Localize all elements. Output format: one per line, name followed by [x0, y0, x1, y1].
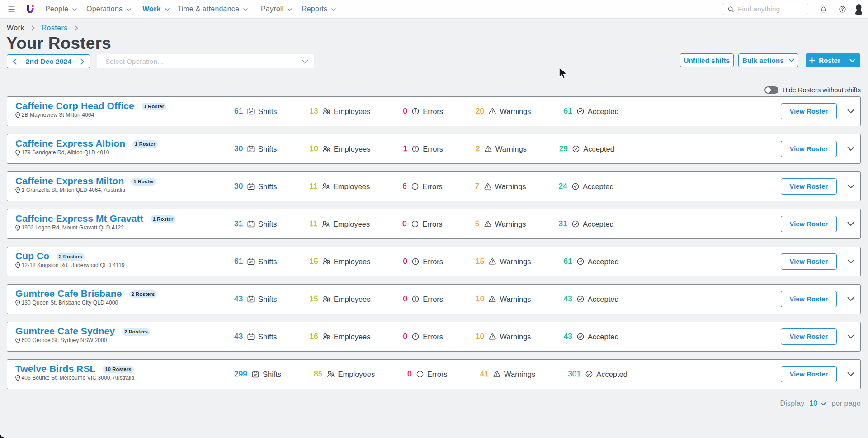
stat-warnings: 10 Warnings	[476, 295, 531, 304]
accepted-icon-box	[577, 295, 584, 303]
hide-rosters-toggle[interactable]	[764, 86, 778, 94]
notifications-button[interactable]	[820, 0, 827, 19]
card-expand-chevron-icon[interactable]	[847, 184, 854, 189]
date-next-button[interactable]	[75, 55, 90, 68]
nav-item-work[interactable]: Work	[142, 0, 170, 18]
view-roster-button[interactable]: View Roster	[781, 178, 837, 195]
stat-employees: 15 Employees	[310, 295, 371, 304]
location-pin-icon	[15, 338, 20, 343]
help-button[interactable]	[839, 0, 846, 19]
roster-name-link[interactable]: Caffeine Corp Head Office	[15, 100, 134, 111]
error-circle-icon	[416, 371, 424, 378]
shifts-count: 43	[234, 332, 243, 341]
page-size-value[interactable]: 10	[809, 400, 817, 408]
roster-address-row: 2B Mayneview St Milton 4064	[15, 111, 94, 118]
nav-item-time-attendance[interactable]: Time & attendance	[177, 0, 248, 18]
card-expand-chevron-icon[interactable]	[847, 297, 854, 301]
accepted-label: Accepted	[588, 257, 619, 266]
card-expand-chevron-icon[interactable]	[847, 259, 854, 264]
operation-select[interactable]: Select Operation...	[97, 54, 314, 68]
view-roster-button[interactable]: View Roster	[781, 141, 837, 157]
warnings-count: 5	[475, 219, 480, 229]
warnings-icon-box	[489, 295, 496, 303]
date-display[interactable]: 2nd Dec 2024	[22, 55, 75, 68]
card-expand-chevron-icon[interactable]	[847, 372, 854, 376]
employees-label: Employees	[334, 107, 371, 116]
roster-title-row: Caffeine Corp Head Office 1 Roster	[15, 100, 166, 111]
breadcrumb: Work Rosters	[7, 24, 85, 33]
view-roster-button[interactable]: View Roster	[781, 328, 837, 345]
nav-item-payroll[interactable]: Payroll	[261, 0, 292, 18]
stat-accepted: 24 Accepted	[559, 182, 614, 191]
bulk-actions-button[interactable]: Bulk actions	[738, 53, 798, 67]
roster-address: 1 Granzella St, Milton QLD 4064, Austral…	[22, 187, 126, 193]
unfilled-shifts-button[interactable]: Unfilled shifts	[680, 53, 734, 67]
nav-item-reports[interactable]: Reports	[302, 0, 336, 18]
location-pin-icon	[15, 187, 20, 193]
roster-name-link[interactable]: Gumtree Cafe Sydney	[15, 326, 115, 337]
shifts-count: 61	[234, 257, 243, 266]
roster-name-link[interactable]: Twelve Birds RSL	[15, 363, 95, 374]
chevron-down-icon	[849, 59, 855, 62]
errors-label: Errors	[422, 182, 443, 191]
roster-name-link[interactable]: Gumtree Cafe Brisbane	[15, 288, 122, 299]
view-roster-button[interactable]: View Roster	[781, 253, 837, 270]
mouse-cursor	[558, 67, 568, 80]
bell-icon	[820, 5, 827, 14]
global-search[interactable]: Find anything	[722, 3, 808, 15]
nav-item-people[interactable]: People	[45, 0, 77, 18]
roster-address: 130 Queen St, Brisbane City QLD 4000	[22, 300, 118, 306]
app-logo[interactable]	[27, 5, 34, 14]
view-roster-button[interactable]: View Roster	[781, 103, 837, 119]
view-roster-button[interactable]: View Roster	[781, 216, 837, 232]
breadcrumb-rosters[interactable]: Rosters	[42, 24, 68, 32]
chevron-down-icon	[302, 60, 308, 63]
stat-accepted: 61 Accepted	[564, 107, 619, 116]
warnings-label: Warnings	[500, 333, 531, 341]
roster-name-link[interactable]: Cup Co	[15, 251, 49, 262]
card-expand-chevron-icon[interactable]	[847, 109, 854, 114]
view-roster-button[interactable]: View Roster	[781, 366, 837, 382]
roster-name-link[interactable]: Caffeine Express Milton	[15, 176, 124, 186]
roster-name-link[interactable]: Caffeine Express Mt Gravatt	[15, 213, 143, 224]
account-button[interactable]	[855, 0, 863, 19]
users-icon	[323, 108, 330, 115]
location-pin-icon	[15, 225, 20, 231]
warnings-icon-box	[493, 371, 500, 378]
add-roster-button[interactable]: Roster	[806, 53, 844, 67]
nav-item-label: People	[45, 5, 68, 13]
breadcrumb-chevron-icon	[75, 25, 78, 31]
card-expand-chevron-icon[interactable]	[847, 147, 854, 151]
accepted-count: 43	[564, 332, 572, 341]
roster-title-row: Twelve Birds RSL 10 Rosters	[15, 363, 134, 374]
errors-count: 0	[403, 332, 408, 341]
warnings-icon-box	[489, 333, 496, 340]
card-expand-chevron-icon[interactable]	[847, 222, 854, 226]
breadcrumb-work[interactable]: Work	[7, 24, 24, 32]
roster-stats: 43 Shifts 15 Employees 0 Errors 10 Warni…	[234, 285, 619, 314]
add-roster-label: Roster	[819, 57, 840, 64]
errors-count: 6	[402, 182, 407, 191]
hamburger-menu-icon[interactable]	[8, 6, 15, 12]
stat-errors: 0 Errors	[402, 219, 443, 229]
errors-label: Errors	[423, 257, 443, 266]
accepted-label: Accepted	[596, 370, 627, 379]
chevron-down-icon[interactable]	[821, 402, 826, 405]
date-prev-button[interactable]	[7, 55, 22, 68]
breadcrumb-chevron-icon	[31, 25, 35, 31]
roster-name-link[interactable]: Caffeine Express Albion	[15, 138, 125, 149]
add-roster-menu-button[interactable]	[844, 53, 860, 67]
roster-title-row: Caffeine Express Milton 1 Roster	[15, 176, 156, 186]
nav-item-operations[interactable]: Operations	[86, 0, 131, 18]
errors-icon-box	[412, 145, 419, 152]
employees-label: Employees	[338, 370, 375, 379]
card-expand-chevron-icon[interactable]	[847, 334, 854, 339]
employees-label: Employees	[334, 257, 371, 266]
users-icon	[323, 295, 330, 303]
roster-card: Caffeine Express Albion 1 Roster 179 San…	[7, 134, 861, 164]
view-roster-button[interactable]: View Roster	[781, 291, 837, 307]
roster-stats: 30 Shifts 10 Employees 1 Errors 2 Warnin…	[234, 134, 614, 163]
roster-stats: 61 Shifts 13 Employees 0 Errors 20 Warni…	[234, 97, 619, 126]
error-circle-icon	[412, 145, 419, 152]
roster-card: Caffeine Express Mt Gravatt 1 Roster 190…	[7, 209, 861, 239]
